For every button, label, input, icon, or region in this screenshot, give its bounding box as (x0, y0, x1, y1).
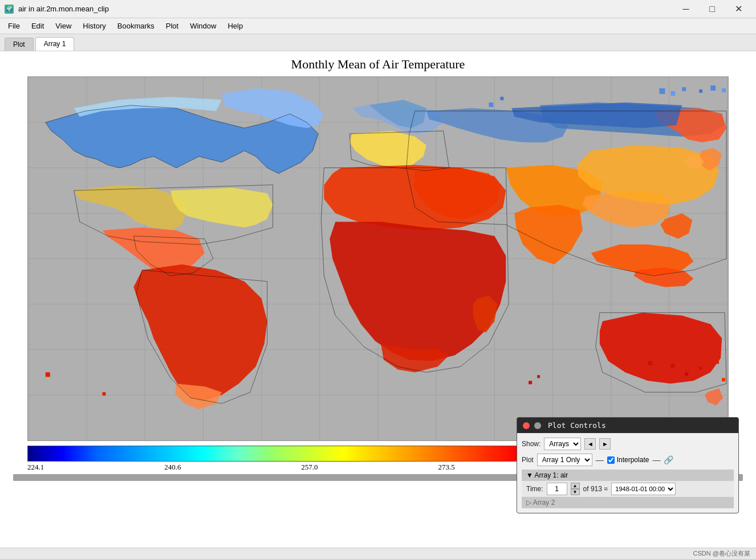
plot-controls-body: Show: Arrays ◄ ► Plot Array 1 Only Array… (517, 433, 738, 513)
menu-help[interactable]: Help (222, 19, 249, 32)
svg-rect-39 (682, 87, 686, 91)
show-label: Show: (522, 440, 540, 448)
svg-rect-31 (716, 361, 719, 364)
interpolate-checkbox[interactable] (607, 456, 615, 464)
svg-rect-24 (103, 392, 106, 395)
pc-min-dot[interactable] (534, 422, 541, 429)
pc-close-dot[interactable] (523, 422, 530, 429)
time-spinner: ▲ ▼ (571, 483, 580, 495)
link-icon[interactable]: 🔗 (664, 455, 673, 464)
svg-rect-41 (710, 85, 716, 91)
array2-header-text: ▷ Array 2 (526, 499, 555, 507)
svg-rect-33 (537, 375, 540, 378)
menu-file[interactable]: File (2, 19, 26, 32)
of-label: of 913 = (583, 485, 608, 493)
menu-window[interactable]: Window (184, 19, 222, 32)
menu-history[interactable]: History (77, 19, 111, 32)
time-date-select[interactable]: 1948-01-01 00:00 (611, 483, 676, 495)
time-label: Time: (526, 485, 543, 493)
svg-rect-26 (648, 361, 653, 365)
show-row: Show: Arrays ◄ ► (522, 438, 734, 450)
plot-controls-title: Plot Controls (548, 421, 606, 430)
svg-rect-34 (529, 381, 532, 384)
title-bar: 🌍 air in air.2m.mon.mean_clip ─ □ ✕ (0, 0, 756, 18)
maximize-button[interactable]: □ (699, 0, 725, 18)
bottom-bar: CSDN @卷心没有菜 (0, 548, 756, 559)
show-select[interactable]: Arrays (544, 438, 581, 450)
array1-header[interactable]: ▼ Array 1: air (522, 470, 734, 481)
next-array-button[interactable]: ► (599, 438, 611, 450)
menu-plot[interactable]: Plot (160, 19, 184, 32)
tab-plot[interactable]: Plot (5, 38, 34, 51)
bottom-text: CSDN @卷心没有菜 (693, 549, 750, 558)
plot-label: Plot (522, 456, 534, 464)
close-button[interactable]: ✕ (725, 0, 751, 18)
svg-rect-30 (699, 366, 702, 369)
tab-bar: Plot Array 1 (0, 34, 756, 51)
svg-rect-37 (659, 88, 665, 94)
menu-view[interactable]: View (50, 19, 77, 32)
world-map-svg (28, 77, 728, 440)
app-icon: 🌍 (5, 5, 14, 14)
svg-rect-42 (722, 88, 726, 92)
minimize-button[interactable]: ─ (673, 0, 699, 18)
svg-rect-28 (670, 364, 674, 368)
svg-rect-23 (46, 372, 50, 377)
chart-title: Monthly Mean of Air Temperature (13, 57, 743, 72)
svg-rect-36 (500, 97, 503, 100)
dash1: — (596, 455, 604, 464)
colorbar-val-3: 273.5 (438, 463, 454, 472)
svg-rect-38 (670, 91, 675, 96)
colorbar-val-0: 224.1 (27, 463, 44, 472)
map-area (27, 76, 729, 441)
window-title: air in air.2m.mon.mean_clip (18, 5, 109, 13)
prev-array-button[interactable]: ◄ (584, 438, 596, 450)
svg-rect-35 (489, 103, 493, 107)
main-content: Monthly Mean of Air Temperature (0, 51, 756, 559)
plot-controls-panel: Plot Controls Show: Arrays ◄ ► Plot Arra… (517, 417, 739, 513)
array2-header[interactable]: ▷ Array 2 (522, 497, 734, 508)
svg-rect-32 (722, 378, 725, 381)
array1-header-text: ▼ Array 1: air (526, 471, 568, 479)
svg-rect-29 (685, 372, 688, 376)
menu-bar: File Edit View History Bookmarks Plot Wi… (0, 18, 756, 34)
time-up-button[interactable]: ▲ (571, 483, 580, 489)
menu-edit[interactable]: Edit (26, 19, 50, 32)
plot-row: Plot Array 1 Only Array Only — Interpola… (522, 454, 734, 466)
plot-controls-header: Plot Controls (517, 418, 738, 433)
time-input[interactable] (547, 483, 567, 495)
dash2: — (652, 455, 660, 464)
svg-rect-27 (659, 372, 662, 375)
interpolate-text: Interpolate (617, 456, 649, 464)
window-controls: ─ □ ✕ (673, 0, 751, 18)
interpolate-label: Interpolate (607, 456, 649, 464)
plot-option-select[interactable]: Array 1 Only Array Only (537, 454, 592, 466)
svg-rect-40 (699, 89, 702, 93)
time-down-button[interactable]: ▼ (571, 489, 580, 495)
menu-bookmarks[interactable]: Bookmarks (112, 19, 160, 32)
time-row: Time: ▲ ▼ of 913 = 1948-01-01 00:00 (522, 481, 734, 497)
colorbar-val-1: 240.6 (164, 463, 181, 472)
colorbar-val-2: 257.0 (301, 463, 318, 472)
svg-rect-25 (625, 366, 629, 370)
tab-array1[interactable]: Array 1 (35, 37, 75, 51)
